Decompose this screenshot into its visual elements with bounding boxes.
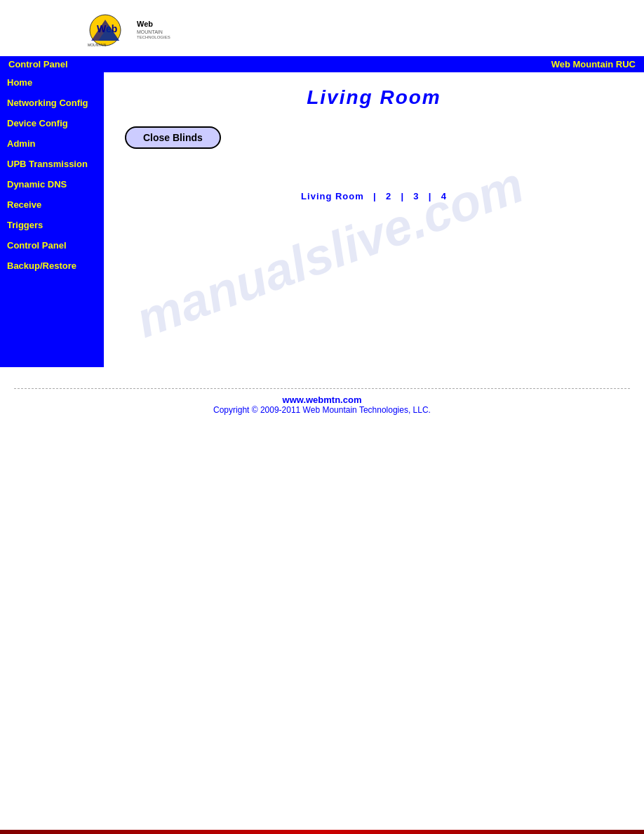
sidebar-item-backup-restore[interactable]: Backup/Restore bbox=[0, 256, 104, 276]
pagination-2[interactable]: 2 bbox=[386, 191, 391, 201]
pagination-4[interactable]: 4 bbox=[441, 191, 447, 201]
sidebar-item-triggers[interactable]: Triggers bbox=[0, 215, 104, 235]
sidebar-item-home[interactable]: Home bbox=[0, 72, 104, 93]
logo-image: Web MOUNTAIN TECHNOLOGIES bbox=[84, 13, 133, 48]
sidebar-item-receive[interactable]: Receive bbox=[0, 194, 104, 215]
logo-area: Web MOUNTAIN TECHNOLOGIES Web MOUNTAIN T… bbox=[0, 0, 644, 56]
svg-text:TECHNOLOGIES: TECHNOLOGIES bbox=[88, 47, 110, 48]
control-panel-label: Control Panel bbox=[8, 59, 68, 70]
pagination: Living Room | 2 | 3 | 4 bbox=[125, 191, 623, 201]
footer: www.webmtn.com Copyright © 2009-2011 Web… bbox=[14, 395, 630, 422]
main-layout: Home Networking Config Device Config Adm… bbox=[0, 72, 644, 367]
pagination-sep-2: | bbox=[398, 191, 408, 201]
app-name-label: Web Mountain RUC bbox=[551, 59, 636, 70]
sidebar-item-admin[interactable]: Admin bbox=[0, 133, 104, 154]
pagination-sep-3: | bbox=[425, 191, 435, 201]
content-area: Living Room Close Blinds Living Room | 2… bbox=[104, 72, 644, 216]
footer-divider bbox=[14, 388, 630, 389]
footer-area: www.webmtn.com Copyright © 2009-2011 Web… bbox=[0, 388, 644, 436]
logo: Web MOUNTAIN TECHNOLOGIES Web MOUNTAIN T… bbox=[84, 13, 170, 48]
sidebar-item-dynamic-dns[interactable]: Dynamic DNS bbox=[0, 174, 104, 194]
close-blinds-button[interactable]: Close Blinds bbox=[125, 126, 221, 149]
sidebar-item-control-panel[interactable]: Control Panel bbox=[0, 235, 104, 256]
top-nav-bar: Control Panel Web Mountain RUC bbox=[0, 56, 644, 72]
footer-copyright: Copyright © 2009-2011 Web Mountain Techn… bbox=[14, 405, 630, 415]
pagination-sep-1: | bbox=[370, 191, 380, 201]
sidebar-item-device-config[interactable]: Device Config bbox=[0, 113, 104, 133]
logo-text: Web MOUNTAIN TECHNOLOGIES bbox=[137, 19, 170, 41]
bottom-bar bbox=[0, 830, 644, 834]
sidebar: Home Networking Config Device Config Adm… bbox=[0, 72, 104, 367]
pagination-3[interactable]: 3 bbox=[413, 191, 419, 201]
sidebar-item-networking-config[interactable]: Networking Config bbox=[0, 93, 104, 113]
footer-website: www.webmtn.com bbox=[14, 395, 630, 405]
pagination-living-room[interactable]: Living Room bbox=[301, 191, 364, 201]
sidebar-item-upb-transmission[interactable]: UPB Transmission bbox=[0, 154, 104, 174]
page-title: Living Room bbox=[125, 86, 623, 109]
